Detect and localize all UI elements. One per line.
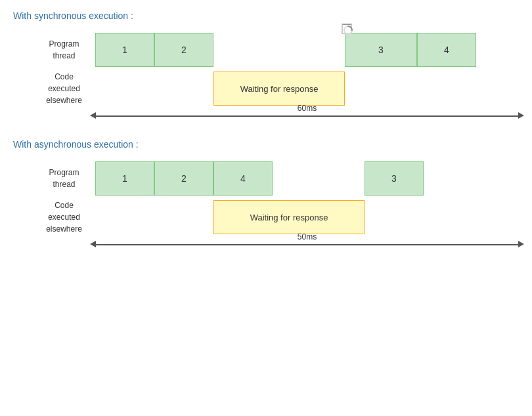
sync-block-3: 3: [345, 33, 417, 67]
sync-block-1: 1: [95, 33, 154, 67]
async-code-label: Code executed elsewhere: [33, 199, 95, 235]
async-program-row: Program thread 1 2 4 3: [33, 161, 519, 196]
async-arrow-row: 50ms: [95, 244, 519, 245]
async-block-4: 4: [213, 161, 273, 196]
async-arrow-line: 50ms: [95, 244, 519, 245]
sync-timeline-label: 60ms: [298, 104, 317, 113]
sync-arrow-left: [90, 112, 96, 119]
sync-arrow-right: [518, 112, 524, 119]
sync-block-2: 2: [154, 33, 213, 67]
sync-title: With synchronous execution :: [13, 10, 519, 21]
async-arrow-right: [518, 241, 524, 247]
sync-code-label: Code executed elsewhere: [33, 71, 95, 106]
async-diagram: With asynchronous execution : Program th…: [13, 139, 519, 248]
sync-program-row: Program thread 1 2 3 4: [33, 33, 519, 67]
async-block-2: 2: [154, 161, 213, 196]
async-timeline-label: 50ms: [298, 232, 317, 241]
sync-arrow-line: 60ms: [95, 115, 519, 117]
async-program-label: Program thread: [33, 167, 95, 190]
sync-diagram: With synchronous execution : Program thr…: [13, 10, 519, 119]
async-code-row: Code executed elsewhere Waiting for resp…: [33, 199, 519, 235]
sync-program-label: Program thread: [33, 38, 95, 62]
spinner: [342, 24, 352, 34]
async-block-1: 1: [95, 161, 154, 196]
async-block-3: 3: [365, 161, 424, 196]
async-arrow-left: [90, 241, 96, 247]
sync-arrow-row: 60ms: [95, 115, 519, 117]
async-waiting-block: Waiting for response: [213, 200, 365, 234]
async-title: With asynchronous execution :: [13, 139, 519, 150]
sync-block-4: 4: [417, 33, 476, 67]
sync-waiting-block: Waiting for response: [213, 72, 345, 106]
sync-code-row: Code executed elsewhere Waiting for resp…: [33, 71, 519, 106]
